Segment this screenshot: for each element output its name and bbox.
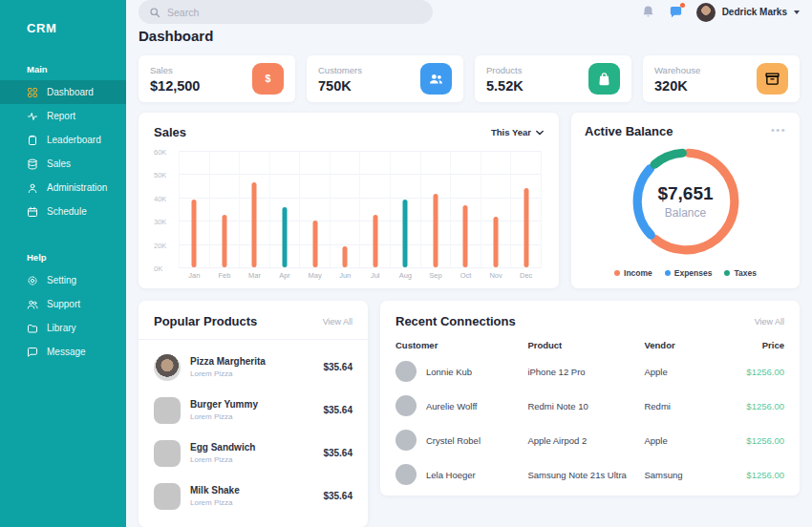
sidebar-item-schedule[interactable]: Schedule (0, 200, 126, 223)
column-header-product: Product (527, 340, 644, 350)
stat-label: Customers (318, 65, 362, 75)
sidebar-section-help: HelpSettingSupportLibraryMessage (0, 252, 126, 364)
products-view-all-link[interactable]: View All (323, 317, 353, 327)
price-cell: $1256.00 (730, 435, 784, 446)
price-value: $1256.00 (730, 367, 784, 377)
x-tick-label: Oct (460, 271, 472, 280)
product-row-burger-yummy[interactable]: Burger YummyLorem Pizza$35.64 (154, 389, 353, 432)
bar-dec[interactable] (524, 188, 528, 267)
customer-name: Crystel Robel (426, 435, 481, 446)
stat-card-products: Products5.52K (475, 55, 631, 102)
x-tick-label: Jun (339, 271, 351, 280)
popular-products-title: Popular Products (154, 314, 257, 328)
stat-value: $12,500 (150, 78, 200, 94)
bell-icon[interactable] (641, 5, 655, 19)
balance-value: $7,651 (657, 183, 713, 204)
product-name: Pizza Margherita (190, 356, 313, 367)
popular-products-card: Popular Products View All Pizza Margheri… (139, 301, 368, 527)
product-cell: Samsung Note 21s Ultra (527, 470, 644, 480)
search-box (139, 0, 433, 24)
bar-sep[interactable] (433, 194, 438, 267)
gridline: 0K (179, 267, 542, 268)
stat-label: Sales (150, 65, 200, 75)
bar-nov[interactable] (494, 217, 499, 267)
product-row-milk-shake[interactable]: Milk ShakeLorem Pizza$35.64 (154, 474, 353, 517)
customers-icon (420, 63, 452, 95)
table-header-row: CustomerProductVendorPrice (395, 340, 784, 354)
bar-apr[interactable] (283, 207, 288, 267)
vendor-cell: Apple (644, 435, 730, 446)
sidebar-item-support[interactable]: Support (0, 292, 126, 316)
x-tick-label: Jul (371, 271, 380, 280)
sidebar-nav: MainDashboardReportLeaderboardSalesAdmin… (0, 64, 126, 364)
clipboard-icon (27, 135, 38, 146)
chevron-down-icon (794, 11, 800, 14)
product-cell: Redmi Note 10 (527, 401, 644, 411)
bar-oct[interactable] (463, 205, 468, 267)
y-tick-label: 0K (154, 264, 162, 273)
bar-may[interactable] (312, 221, 317, 267)
price-cell: $1256.00 (730, 401, 784, 411)
user-menu[interactable]: Dedrick Marks (696, 3, 800, 22)
price-cell: $1256.00 (730, 470, 784, 480)
sidebar-item-library[interactable]: Library (0, 316, 126, 340)
product-thumbnail (154, 483, 181, 510)
sidebar-item-dashboard[interactable]: Dashboard (0, 80, 126, 104)
bar-jun[interactable] (343, 246, 348, 267)
notification-dot (680, 3, 685, 8)
sidebar-item-setting[interactable]: Setting (0, 268, 126, 292)
customer-cell: Lonnie Kub (395, 361, 527, 382)
bar-column-apr: Apr (269, 151, 300, 267)
x-tick-label: Mar (248, 271, 261, 280)
bar-jul[interactable] (373, 215, 377, 267)
messages-icon[interactable] (669, 5, 683, 19)
x-tick-label: Nov (489, 271, 502, 280)
price-value: $1256.00 (730, 401, 784, 411)
y-tick-label: 20K (154, 242, 166, 250)
sidebar-section-label: Help (0, 252, 126, 263)
sidebar-item-label: Library (47, 323, 76, 333)
y-tick-label: 50K (154, 171, 166, 179)
search-input[interactable] (139, 0, 433, 24)
more-options-icon[interactable]: ••• (771, 124, 786, 136)
bar-aug[interactable] (403, 200, 408, 267)
avatar (395, 464, 417, 485)
customer-name: Lela Hoeger (426, 470, 476, 480)
price-value: $1256.00 (730, 435, 784, 446)
product-thumbnail (154, 354, 181, 381)
legend-label: Expenses (674, 268, 713, 278)
bottom-row: Popular Products View All Pizza Margheri… (139, 301, 800, 527)
product-name: Milk Shake (190, 485, 313, 495)
topbar-actions: Dedrick Marks (641, 3, 800, 22)
product-name: Burger Yummy (190, 399, 313, 410)
product-row-egg-sandwich[interactable]: Egg SandwichLorem Pizza$35.64 (154, 432, 353, 474)
sidebar-item-sales[interactable]: Sales (0, 152, 126, 176)
bar-column-jun: Jun (330, 151, 360, 267)
connections-view-all-link[interactable]: View All (755, 317, 784, 327)
price-cell: $1256.00 (730, 367, 784, 377)
database-icon (27, 158, 38, 170)
bar-feb[interactable] (222, 215, 226, 267)
bar-jan[interactable] (192, 200, 197, 267)
stat-value: 320K (654, 78, 700, 94)
vendor-cell: Samsung (644, 470, 730, 480)
sidebar-item-message[interactable]: Message (0, 340, 126, 364)
product-name: Egg Sandwich (190, 442, 313, 453)
avatar (395, 361, 417, 382)
avatar (395, 430, 417, 451)
product-row-pizza-margherita[interactable]: Pizza MargheritaLorem Pizza$35.64 (154, 346, 353, 389)
sidebar-item-label: Report (47, 111, 75, 121)
sidebar-item-label: Sales (47, 158, 71, 169)
sidebar-item-administration[interactable]: Administration (0, 176, 126, 200)
connections-table: CustomerProductVendorPriceLonnie KubiPho… (395, 340, 784, 492)
sidebar-item-leaderboard[interactable]: Leaderboard (0, 128, 126, 152)
sidebar-item-label: Schedule (47, 206, 87, 217)
stat-card-customers: Customers750K (307, 55, 463, 102)
bar-mar[interactable] (252, 182, 257, 267)
sidebar-item-label: Message (47, 347, 86, 357)
chart-period-dropdown[interactable]: This Year (491, 127, 544, 137)
product-cell: Apple Airpod 2 (527, 435, 644, 446)
grid-icon (27, 87, 38, 98)
sidebar-item-report[interactable]: Report (0, 104, 126, 128)
bag-icon (588, 63, 620, 95)
